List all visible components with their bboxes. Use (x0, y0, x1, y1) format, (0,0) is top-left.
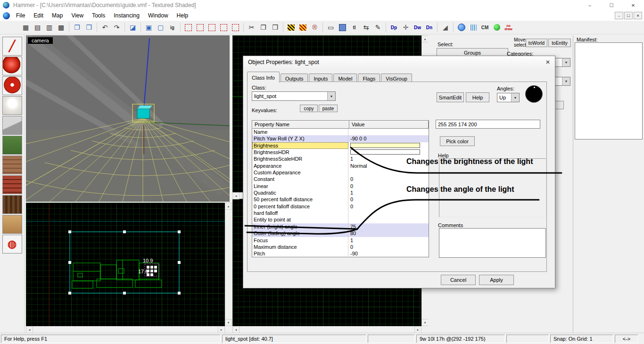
show-grid-icon[interactable]: ▤ (32, 22, 43, 33)
brick-texture-thumb[interactable] (2, 156, 22, 174)
carve-icon[interactable]: ◪ (127, 22, 138, 33)
sprinkle-icon[interactable] (491, 22, 502, 33)
color-mode-icon[interactable]: CM (479, 22, 490, 33)
menu-window[interactable]: Window (144, 11, 173, 20)
property-value[interactable] (348, 210, 429, 216)
group-icon[interactable]: ▣ (143, 22, 154, 33)
property-row-brightness[interactable]: Brightness (252, 142, 429, 149)
sound-browser-icon[interactable] (456, 22, 467, 33)
property-row-entity-to-point-at[interactable]: Entity to point at (252, 216, 429, 223)
angles-combo[interactable]: Up ▼ (497, 93, 520, 102)
mdi-minimize-icon[interactable]: – (615, 12, 623, 19)
dialog-close-icon[interactable]: ✕ (541, 56, 555, 68)
pointer-tool-thumb[interactable]: ╱ (2, 37, 22, 56)
menu-edit[interactable]: Edit (29, 11, 48, 20)
load-window-state-icon[interactable]: ❐ (72, 22, 83, 33)
property-row-constant[interactable]: Constant0 (252, 176, 429, 182)
menu-help[interactable]: Help (173, 11, 193, 20)
property-value[interactable] (348, 142, 429, 149)
scroll-down-icon[interactable]: ▾ (225, 319, 232, 326)
property-value[interactable]: -90 0 0 (348, 135, 429, 142)
property-value[interactable]: 80 (348, 230, 429, 237)
property-value[interactable]: 1 (348, 237, 429, 244)
pick-color-button[interactable]: Pick color (440, 136, 475, 146)
value-input[interactable] (350, 143, 420, 148)
displacement-wireframe-icon[interactable]: Dw (412, 22, 423, 33)
scroll-left-icon[interactable]: ◂ (232, 192, 239, 199)
property-row-quadratic[interactable]: Quadratic1 (252, 189, 429, 196)
property-row-brightnessscalehdr[interactable]: BrightnessScaleHDR1 (252, 156, 429, 162)
angle-dial[interactable] (525, 85, 543, 103)
chevron-down-icon[interactable]: ▼ (562, 58, 570, 66)
scroll-left-icon[interactable]: ◂ (26, 326, 33, 333)
menu-file[interactable]: File (12, 11, 29, 20)
property-row-brightnesshdr[interactable]: BrightnessHDR (252, 149, 429, 156)
help-button[interactable]: Help (466, 92, 489, 102)
scroll-right-icon[interactable]: ▸ (414, 326, 421, 333)
redo-icon[interactable]: ↷ (111, 22, 122, 33)
property-value[interactable]: 0 (348, 244, 429, 250)
undo-icon[interactable]: ↶ (99, 22, 110, 33)
snap-to-grid-icon[interactable]: ▦ (20, 22, 31, 33)
texture-lock-icon[interactable] (286, 22, 297, 33)
property-row-50-percent-falloff-distance[interactable]: 50 percent falloff distance0 (252, 196, 429, 203)
selection-box-icon[interactable]: ▭ (325, 22, 336, 33)
cancel-button[interactable]: Cancel (441, 275, 476, 285)
displacement-normal-icon[interactable]: Dn (424, 22, 435, 33)
property-row-maximum-distance[interactable]: Maximum distance0 (252, 244, 429, 250)
torus-primitive-thumb[interactable] (2, 76, 22, 95)
menu-tools[interactable]: Tools (88, 11, 109, 20)
smartedit-button[interactable]: SmartEdit (437, 92, 464, 102)
manifest-list[interactable] (575, 42, 643, 139)
block-primitive-thumb[interactable] (2, 116, 22, 135)
property-value[interactable]: 75 (348, 223, 429, 230)
texture-lock-tl-icon[interactable]: tl (349, 22, 360, 33)
chevron-down-icon[interactable]: ▼ (511, 93, 519, 102)
cut-icon[interactable]: ✂ (246, 22, 257, 33)
mdi-restore-icon[interactable]: ☐ (624, 12, 633, 19)
to-world-button[interactable]: toWorld (526, 39, 547, 47)
color-value-field[interactable]: 255 255 174 200 (436, 120, 540, 129)
property-row-focus[interactable]: Focus1 (252, 237, 429, 244)
property-row-0-percent-falloff-distance[interactable]: 0 percent falloff distance0 (252, 203, 429, 210)
scroll-up-icon[interactable]: ▴ (225, 203, 232, 210)
lamp-model-thumb[interactable] (2, 96, 22, 115)
property-row-appearance[interactable]: AppearanceNormal (252, 163, 429, 169)
mdi-close-icon[interactable]: ✕ (634, 12, 642, 19)
comments-box[interactable] (439, 228, 546, 258)
scroll-down-icon[interactable]: ▾ (421, 319, 429, 326)
redbrick-texture-thumb[interactable] (2, 175, 22, 194)
run-map-icon[interactable]: ® (309, 22, 320, 33)
maximize-button[interactable]: ☐ (601, 0, 622, 10)
property-value[interactable]: 0 (348, 176, 429, 182)
property-value[interactable] (348, 216, 429, 223)
property-row-custom-appearance[interactable]: Custom Appearance (252, 169, 429, 176)
flip-objects-icon[interactable]: ⇆ (361, 22, 372, 33)
nodraw-icon[interactable]: no draw (503, 22, 514, 33)
hide-unselected-icon[interactable] (195, 22, 206, 33)
paste-icon[interactable]: ❒ (270, 22, 281, 33)
property-row-pitch-yaw-roll-y-z-x-[interactable]: Pitch Yaw Roll (Y Z X)-90 0 0 (252, 135, 429, 142)
vertical-scrollbar[interactable]: ▴ ▾ (225, 203, 231, 326)
menu-map[interactable]: Map (48, 11, 67, 20)
angle-snap-icon[interactable]: ◢ (440, 22, 451, 33)
close-button[interactable]: ✕ (622, 0, 644, 10)
property-value[interactable]: -90 (348, 250, 429, 257)
texture-scale-lock-icon[interactable] (297, 22, 308, 33)
column-header-name[interactable]: Property Name (252, 121, 349, 129)
morph-icon[interactable]: ✎ (372, 22, 383, 33)
sphere-primitive-thumb[interactable] (2, 57, 22, 75)
right-horizontal-scrollbar[interactable]: ◂ ▸ (232, 326, 421, 333)
property-row-inner-bright-angle[interactable]: Inner (bright) angle75 (252, 223, 429, 230)
wireframe-sphere-thumb[interactable]: ◍ (2, 235, 22, 254)
chevron-down-icon[interactable]: ▼ (327, 92, 335, 100)
scroll-right-icon[interactable]: ▸ (218, 326, 225, 333)
property-value[interactable]: 0 (348, 196, 429, 203)
displacement-mask-icon[interactable] (468, 22, 479, 33)
property-value[interactable]: 0 (348, 203, 429, 210)
hide-selected-icon[interactable] (183, 22, 194, 33)
ignore-groups-icon[interactable]: ig (167, 22, 178, 33)
smaller-grid-icon[interactable]: ▥ (44, 22, 55, 33)
magnify-icon[interactable] (337, 22, 348, 33)
wood-texture-thumb[interactable] (2, 195, 22, 214)
